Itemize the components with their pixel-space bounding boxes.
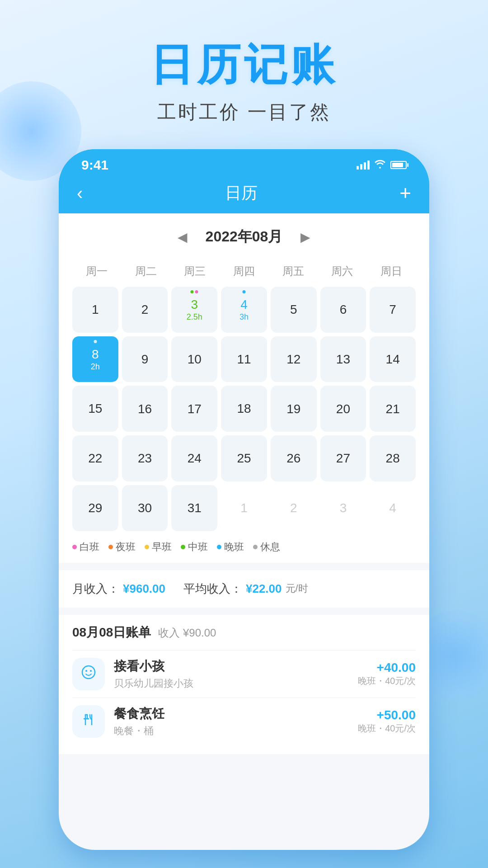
next-month-button[interactable]: ▶ <box>300 230 310 245</box>
bill-item-1-info: 餐食烹饪 晚餐・桶 <box>114 705 349 738</box>
day-31[interactable]: 31 <box>171 485 217 531</box>
bill-icon-utensils <box>72 705 105 738</box>
month-title: 2022年08月 <box>206 227 283 247</box>
avg-income-value: ¥22.00 <box>246 582 282 596</box>
day-12[interactable]: 12 <box>271 336 317 382</box>
bill-item-1-desc: 晚餐・桶 <box>114 724 349 738</box>
day-18[interactable]: 18 <box>221 386 267 432</box>
day-4[interactable]: 4 3h <box>221 287 267 333</box>
day-8-dots <box>94 340 97 343</box>
bill-income-summary: 收入 ¥90.00 <box>158 626 216 640</box>
day-16[interactable]: 16 <box>122 386 168 432</box>
bill-item-0[interactable]: 接看小孩 贝乐幼儿园接小孩 +40.00 晚班・40元/次 <box>72 650 416 698</box>
bill-item-1-amount-col: +50.00 晚班・40元/次 <box>358 708 416 735</box>
bill-item-0-info: 接看小孩 贝乐幼儿园接小孩 <box>114 658 349 690</box>
day-15[interactable]: 15 <box>72 386 118 432</box>
signal-icon <box>357 160 370 170</box>
legend-yeban: 夜班 <box>108 540 136 554</box>
legend-row: 白班 夜班 早班 中班 晚班 <box>72 540 416 554</box>
day-27[interactable]: 27 <box>320 435 366 481</box>
weekday-sun: 周日 <box>366 260 416 282</box>
calendar-grid: 1 2 3 2.5h <box>72 287 416 531</box>
bill-item-0-name: 接看小孩 <box>114 658 349 675</box>
weekday-tue: 周二 <box>122 260 171 282</box>
svg-point-1 <box>85 670 87 672</box>
day-3-dots <box>191 290 198 293</box>
avg-income-unit: 元/时 <box>286 582 308 595</box>
day-2[interactable]: 2 <box>122 287 168 333</box>
day-23[interactable]: 23 <box>122 435 168 481</box>
day-1[interactable]: 1 <box>72 287 118 333</box>
bill-item-1-detail: 晚班・40元/次 <box>358 722 416 735</box>
day-21[interactable]: 21 <box>370 386 416 432</box>
legend-baiban: 白班 <box>72 540 99 554</box>
bill-item-0-detail: 晚班・40元/次 <box>358 675 416 687</box>
day-5[interactable]: 5 <box>271 287 317 333</box>
weekday-fri: 周五 <box>268 260 318 282</box>
nav-bar: ‹ 日历 + <box>59 177 429 213</box>
day-4-dots <box>242 290 245 293</box>
monthly-income: 月收入： ¥960.00 <box>72 581 165 597</box>
battery-icon <box>390 161 407 169</box>
svg-point-0 <box>82 666 95 679</box>
bill-header: 08月08日账单 收入 ¥90.00 <box>72 624 416 641</box>
status-icons <box>357 159 407 171</box>
bill-item-0-amount-col: +40.00 晚班・40元/次 <box>358 660 416 687</box>
bill-item-1-name: 餐食烹饪 <box>114 705 349 722</box>
weekday-sat: 周六 <box>318 260 367 282</box>
day-3[interactable]: 3 2.5h <box>171 287 217 333</box>
day-next-4: 4 <box>370 485 416 531</box>
day-10[interactable]: 10 <box>171 336 217 382</box>
bill-section: 08月08日账单 收入 ¥90.00 接看小孩 <box>59 615 429 754</box>
day-6[interactable]: 6 <box>320 287 366 333</box>
legend-zhongban: 中班 <box>181 540 208 554</box>
add-button[interactable]: + <box>399 182 411 204</box>
day-9[interactable]: 9 <box>122 336 168 382</box>
bill-icon-face <box>72 658 105 690</box>
weekday-mon: 周一 <box>72 260 122 282</box>
day-8-today[interactable]: 8 2h <box>72 336 118 382</box>
weekday-thu: 周四 <box>220 260 269 282</box>
back-button[interactable]: ‹ <box>77 183 83 203</box>
day-26[interactable]: 26 <box>271 435 317 481</box>
header-section: 日历记账 工时工价 一目了然 <box>0 0 488 143</box>
day-24[interactable]: 24 <box>171 435 217 481</box>
day-13[interactable]: 13 <box>320 336 366 382</box>
day-7[interactable]: 7 <box>370 287 416 333</box>
nav-title: 日历 <box>225 182 258 204</box>
avg-income: 平均收入： ¥22.00 元/时 <box>183 581 308 597</box>
day-30[interactable]: 30 <box>122 485 168 531</box>
phone-mockup: 9:41 ‹ 日历 + <box>59 149 429 850</box>
day-28[interactable]: 28 <box>370 435 416 481</box>
prev-month-button[interactable]: ◀ <box>178 230 188 245</box>
wifi-icon <box>374 159 386 171</box>
day-next-3: 3 <box>320 485 366 531</box>
day-17[interactable]: 17 <box>171 386 217 432</box>
day-next-1: 1 <box>221 485 267 531</box>
day-19[interactable]: 19 <box>271 386 317 432</box>
legend-wanban: 晚班 <box>217 540 244 554</box>
status-bar: 9:41 <box>59 149 429 177</box>
monthly-income-value: ¥960.00 <box>123 582 165 596</box>
month-header: ◀ 2022年08月 ▶ <box>72 227 416 247</box>
sub-title: 工时工价 一目了然 <box>0 99 488 125</box>
stats-section: 月收入： ¥960.00 平均收入： ¥22.00 元/时 <box>59 570 429 608</box>
bill-item-0-desc: 贝乐幼儿园接小孩 <box>114 677 349 690</box>
calendar-section: ◀ 2022年08月 ▶ 周一 周二 周三 周四 周五 周六 周日 1 <box>59 213 429 563</box>
content-area: ◀ 2022年08月 ▶ 周一 周二 周三 周四 周五 周六 周日 1 <box>59 213 429 850</box>
day-29[interactable]: 29 <box>72 485 118 531</box>
status-time: 9:41 <box>81 157 108 173</box>
svg-point-2 <box>90 670 92 672</box>
day-22[interactable]: 22 <box>72 435 118 481</box>
day-25[interactable]: 25 <box>221 435 267 481</box>
legend-xiuxi: 休息 <box>253 540 280 554</box>
bill-item-1[interactable]: 餐食烹饪 晚餐・桶 +50.00 晚班・40元/次 <box>72 698 416 745</box>
day-20[interactable]: 20 <box>320 386 366 432</box>
weekday-wed: 周三 <box>170 260 220 282</box>
avg-income-label: 平均收入： <box>183 581 242 597</box>
day-14[interactable]: 14 <box>370 336 416 382</box>
legend-zaoban: 早班 <box>145 540 172 554</box>
weekday-row: 周一 周二 周三 周四 周五 周六 周日 <box>72 260 416 282</box>
day-11[interactable]: 11 <box>221 336 267 382</box>
day-next-2: 2 <box>271 485 317 531</box>
